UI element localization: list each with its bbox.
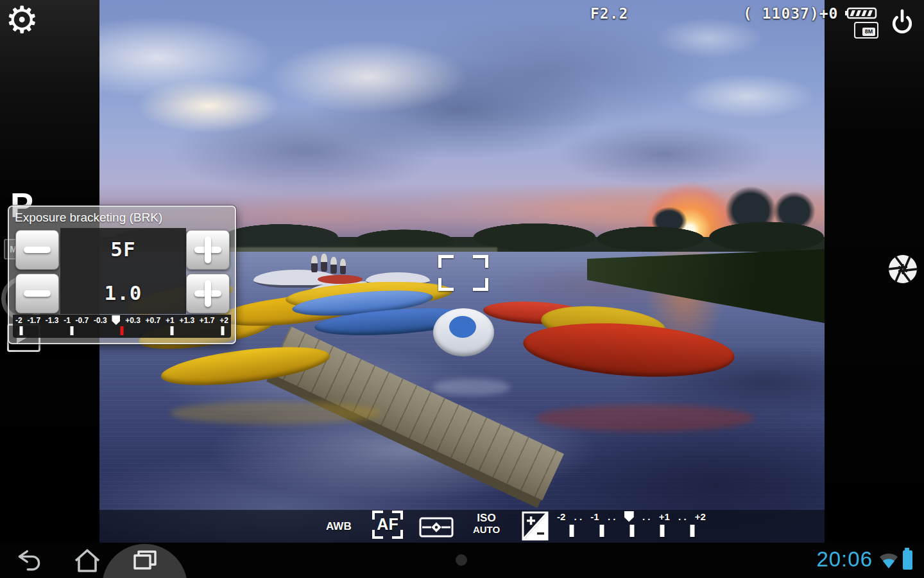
exposure-bracketing-popup: Exposure bracketing (BRK) 5F 1.0 -2 -1.7… — [8, 206, 236, 344]
ev-marker-icon — [112, 315, 120, 325]
ev-dots: . . — [678, 511, 687, 522]
scale-label: -1.3 — [46, 316, 59, 325]
home-button[interactable] — [73, 548, 101, 574]
scale-label: +1.3 — [179, 316, 194, 325]
recents-button[interactable] — [131, 548, 159, 574]
photo-person — [321, 254, 327, 272]
ev-label: -2 — [557, 511, 565, 522]
focus-frame-corner — [473, 278, 488, 291]
minus-icon — [24, 290, 51, 297]
photo-reflection — [433, 379, 510, 396]
scale-label: +1.7 — [200, 316, 215, 325]
frame-counter: ( 11037)+0 — [743, 5, 838, 22]
focus-frame-corner — [473, 255, 488, 268]
photo-person — [330, 257, 337, 274]
scale-tick-current — [121, 326, 124, 335]
nav-center-dot — [456, 554, 467, 566]
frames-value: 5F — [60, 238, 186, 261]
scale-label: +0.3 — [125, 316, 141, 325]
android-nav-bar: 20:06 — [0, 543, 924, 578]
bracketing-scale: -2 -1.7 -1.3 -1 -0.7 -0.3 +0.3 +0.7 +1 +… — [13, 315, 231, 338]
scale-tick — [221, 326, 225, 335]
scale-label: -1 — [64, 316, 71, 325]
resolution-badge: 8M — [854, 22, 878, 39]
aperture-readout: F2.2 — [590, 5, 628, 22]
photo-kayak-white-seat — [449, 316, 476, 338]
popup-title: Exposure bracketing (BRK) — [15, 211, 162, 225]
scale-label: +0.7 — [146, 316, 161, 325]
focus-frame-corner — [438, 255, 454, 268]
ev-tick — [690, 525, 695, 537]
scale-tick — [19, 326, 22, 335]
iso-button[interactable]: ISO AUTO — [470, 512, 503, 535]
metering-mode-button[interactable] — [419, 517, 454, 538]
scale-tick — [170, 326, 173, 335]
step-plus-button[interactable] — [186, 274, 230, 313]
camera-battery-icon — [845, 7, 877, 20]
ev-scale: -2 . . -1 . . . . +1 . . +2 — [557, 511, 706, 522]
settings-gear-icon[interactable]: ⚙ — [5, 0, 38, 40]
scale-label: +1 — [166, 316, 175, 325]
minus-icon — [24, 247, 51, 253]
ev-dots: . . — [574, 511, 583, 522]
wifi-icon — [879, 551, 898, 569]
ev-tick-current — [630, 525, 635, 537]
step-value: 1.0 — [60, 281, 186, 304]
camera-app-screen: P M Exposure bracketing (BRK) 5F 1.0 -2 … — [0, 0, 924, 578]
status-clock: 20:06 — [816, 547, 873, 572]
ev-tick — [660, 525, 665, 537]
back-button[interactable] — [15, 548, 44, 574]
frames-minus-button[interactable] — [15, 230, 59, 270]
ev-label: -1 — [590, 511, 599, 522]
ev-label: +1 — [659, 511, 670, 522]
scale-label: -0.3 — [94, 316, 107, 325]
ev-marker-icon — [624, 511, 634, 522]
resolution-badge-label: 8M — [862, 28, 875, 36]
photo-person — [340, 259, 346, 274]
scale-label: -1.7 — [27, 316, 40, 325]
step-minus-button[interactable] — [15, 274, 59, 313]
battery-status-icon — [903, 550, 912, 570]
iso-label: ISO — [470, 512, 503, 524]
ev-label: +2 — [695, 511, 706, 522]
photo-person — [311, 256, 318, 272]
autofocus-button[interactable]: AF — [372, 511, 403, 539]
ev-dots: . . — [608, 511, 616, 522]
exposure-compensation-button[interactable] — [522, 511, 549, 541]
photo-boat-cargo — [318, 275, 363, 284]
white-balance-button[interactable]: AWB — [326, 520, 352, 533]
ev-tick — [570, 525, 574, 537]
ev-tick — [600, 525, 604, 537]
scale-tick — [71, 326, 74, 335]
scale-label: +2 — [219, 316, 228, 325]
photo-reflection — [170, 401, 382, 425]
power-button[interactable] — [888, 8, 916, 39]
shutter-aperture-button[interactable] — [887, 254, 918, 285]
scale-label: -0.7 — [76, 316, 89, 325]
focus-frame-corner — [438, 278, 454, 291]
scale-label: -2 — [15, 316, 22, 325]
frames-plus-button[interactable] — [186, 230, 230, 270]
photo-reflection — [536, 405, 754, 432]
camera-control-strip: AWB AF ISO AUTO -2 — [99, 510, 825, 543]
iso-mode: AUTO — [470, 524, 503, 535]
ev-dots: . . — [642, 511, 651, 522]
af-label: AF — [377, 515, 398, 534]
